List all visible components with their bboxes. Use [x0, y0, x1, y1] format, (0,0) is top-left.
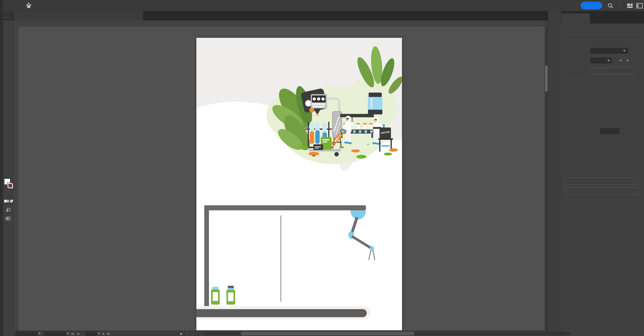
panel-divider: [564, 165, 641, 166]
preferences-button[interactable]: [564, 188, 639, 195]
document-setup-button[interactable]: [564, 178, 639, 185]
color-fill-button[interactable]: [4, 200, 7, 203]
tab-ebenen[interactable]: [590, 14, 607, 24]
panel-divider: [564, 35, 641, 35]
color-none-button[interactable]: [10, 200, 13, 203]
panel-divider: [564, 91, 641, 91]
color-gradient-button[interactable]: [7, 200, 10, 203]
home-icon[interactable]: [25, 2, 32, 10]
first-artboard-icon[interactable]: |◀: [71, 332, 74, 335]
rotation-chevron-icon: [67, 333, 69, 334]
vertical-ruler[interactable]: [13, 27, 18, 330]
next-artboard-icon[interactable]: ▶: [103, 332, 105, 335]
chart-frame-post: [204, 205, 209, 314]
artboard-chevron-icon: [608, 60, 610, 61]
keyboard-steps-input[interactable]: [600, 128, 620, 134]
ruler-corner[interactable]: [13, 21, 18, 27]
conveyor-belt: [196, 309, 367, 317]
horizontal-scrollbar[interactable]: [204, 332, 571, 335]
last-artboard-icon[interactable]: ▶|: [107, 332, 110, 335]
zoom-level-select[interactable]: [16, 331, 38, 336]
fill-stroke-widget[interactable]: [4, 177, 13, 191]
screen-mode-button[interactable]: [4, 215, 12, 222]
window-close-button[interactable]: [4, 3, 8, 8]
canvas-pasteboard[interactable]: VACCIN: [18, 27, 545, 330]
unit-select[interactable]: [590, 47, 628, 54]
drawing-modes-button[interactable]: [4, 206, 12, 213]
window-zoom-button[interactable]: [18, 3, 22, 8]
chart-axis: [280, 215, 281, 301]
artboard-nav-select[interactable]: [86, 331, 96, 336]
horizontal-scrollbar-thumb[interactable]: [241, 332, 414, 335]
workspace-switcher-icon[interactable]: [626, 3, 633, 10]
prev-artboard-icon[interactable]: ◀: [77, 332, 79, 335]
panel-dock: [548, 11, 561, 336]
app-title: [0, 0, 644, 11]
vertical-scrollbar-thumb[interactable]: [545, 66, 548, 92]
leaf-icon: [367, 143, 369, 145]
status-back-icon[interactable]: ‹: [186, 331, 187, 336]
toolbar-grip[interactable]: [2, 17, 11, 18]
panel-tab-bar: [561, 11, 644, 24]
artboard-nav-chevron-icon: [98, 333, 100, 334]
app-left-edge: [0, 0, 3, 336]
rotation-select[interactable]: [44, 331, 66, 336]
poster-illustration: VACCIN: [196, 38, 402, 171]
brand-logo: [366, 143, 369, 146]
status-bar: |◀ ◀ ▶ ▶| ▶ ‹: [13, 330, 561, 336]
horizontal-ruler[interactable]: [18, 21, 545, 27]
tab-bibliotheken[interactable]: [608, 14, 631, 24]
big-bottle: [368, 93, 382, 114]
zoom-chevron-icon: [38, 333, 40, 334]
document-tab[interactable]: [14, 11, 143, 21]
search-icon[interactable]: [607, 2, 614, 10]
share-button[interactable]: [580, 2, 602, 10]
artboard-prev-icon[interactable]: ◀: [619, 59, 621, 62]
panel-layout-icon[interactable]: [636, 3, 643, 10]
status-expand-icon[interactable]: ▶: [180, 332, 183, 335]
window-minimize-button[interactable]: [11, 3, 15, 8]
edit-artboards-button[interactable]: [590, 67, 635, 74]
titlebar-divider: [620, 2, 620, 9]
artboard[interactable]: VACCIN: [196, 38, 402, 330]
vertical-scrollbar[interactable]: [545, 27, 548, 330]
unit-chevron-icon: [623, 50, 626, 52]
panel-divider: [564, 79, 641, 79]
stroke-swatch[interactable]: [7, 183, 14, 189]
tab-eigenschaften[interactable]: [561, 14, 590, 24]
artboard-next-icon[interactable]: ▶: [627, 59, 629, 62]
robot-arm: [340, 205, 379, 262]
